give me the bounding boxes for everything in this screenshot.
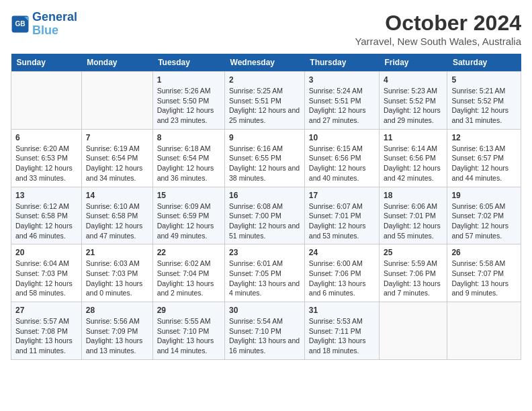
day-number: 26 — [451, 248, 517, 257]
day-number: 29 — [157, 306, 220, 315]
day-info: Sunrise: 6:07 AM Sunset: 7:01 PM Dayligh… — [309, 201, 375, 241]
day-info: Sunrise: 6:15 AM Sunset: 6:56 PM Dayligh… — [309, 144, 375, 183]
day-number: 5 — [451, 75, 517, 85]
sunset-text: Sunset: 7:10 PM — [157, 326, 220, 336]
header-day: Sunday — [11, 54, 82, 72]
header-day: Saturday — [447, 54, 521, 72]
calendar-cell: 6 Sunrise: 6:20 AM Sunset: 6:53 PM Dayli… — [11, 129, 82, 187]
logo-icon: GB — [11, 15, 30, 34]
calendar-cell: 3 Sunrise: 5:24 AM Sunset: 5:51 PM Dayli… — [304, 72, 379, 130]
day-number: 20 — [15, 248, 77, 257]
sunset-text: Sunset: 7:05 PM — [229, 269, 300, 279]
daylight-text: Daylight: 12 hours and 57 minutes. — [451, 221, 517, 240]
day-info: Sunrise: 5:24 AM Sunset: 5:51 PM Dayligh… — [309, 86, 375, 126]
sunrise-text: Sunrise: 6:02 AM — [157, 259, 220, 269]
sunset-text: Sunset: 7:01 PM — [384, 211, 443, 221]
day-number: 9 — [229, 133, 300, 142]
header-day: Wednesday — [225, 54, 305, 72]
sunset-text: Sunset: 7:06 PM — [309, 269, 375, 279]
day-number: 1 — [157, 75, 220, 85]
day-info: Sunrise: 5:53 AM Sunset: 7:11 PM Dayligh… — [309, 316, 375, 356]
daylight-text: Daylight: 13 hours and 6 minutes. — [309, 279, 375, 298]
calendar-cell: 15 Sunrise: 6:09 AM Sunset: 6:59 PM Dayl… — [152, 187, 224, 244]
sunset-text: Sunset: 7:11 PM — [309, 326, 375, 336]
day-number: 8 — [157, 133, 220, 142]
day-number: 7 — [86, 133, 148, 142]
sunset-text: Sunset: 7:06 PM — [384, 269, 443, 279]
header-day: Friday — [380, 54, 447, 72]
month-title: October 2024 — [355, 11, 521, 36]
sunset-text: Sunset: 5:52 PM — [451, 96, 517, 106]
daylight-text: Daylight: 12 hours and 58 minutes. — [15, 279, 77, 298]
day-info: Sunrise: 6:04 AM Sunset: 7:03 PM Dayligh… — [15, 259, 77, 298]
day-number: 6 — [15, 133, 77, 142]
calendar-header: SundayMondayTuesdayWednesdayThursdayFrid… — [11, 54, 521, 72]
day-info: Sunrise: 5:26 AM Sunset: 5:50 PM Dayligh… — [157, 86, 220, 126]
day-info: Sunrise: 6:16 AM Sunset: 6:55 PM Dayligh… — [229, 144, 300, 183]
sunrise-text: Sunrise: 6:16 AM — [229, 144, 300, 154]
sunrise-text: Sunrise: 6:12 AM — [15, 201, 77, 212]
sunset-text: Sunset: 6:58 PM — [15, 211, 77, 221]
calendar-cell: 23 Sunrise: 6:01 AM Sunset: 7:05 PM Dayl… — [225, 244, 305, 302]
day-info: Sunrise: 6:18 AM Sunset: 6:54 PM Dayligh… — [157, 144, 220, 183]
calendar-cell: 8 Sunrise: 6:18 AM Sunset: 6:54 PM Dayli… — [152, 129, 224, 187]
daylight-text: Daylight: 12 hours and 27 minutes. — [309, 105, 375, 125]
daylight-text: Daylight: 13 hours and 13 minutes. — [86, 336, 148, 355]
sunrise-text: Sunrise: 6:18 AM — [157, 144, 220, 154]
sunset-text: Sunset: 7:08 PM — [15, 326, 77, 336]
location-subtitle: Yarravel, New South Wales, Australia — [355, 36, 521, 47]
sunset-text: Sunset: 6:57 PM — [451, 153, 517, 163]
day-info: Sunrise: 6:09 AM Sunset: 6:59 PM Dayligh… — [157, 201, 220, 241]
calendar-cell: 25 Sunrise: 5:59 AM Sunset: 7:06 PM Dayl… — [380, 244, 447, 302]
sunset-text: Sunset: 7:01 PM — [309, 211, 375, 221]
sunset-text: Sunset: 5:51 PM — [229, 96, 300, 106]
day-number: 23 — [229, 248, 300, 257]
sunset-text: Sunset: 5:51 PM — [309, 96, 375, 106]
day-number: 19 — [451, 191, 517, 200]
title-block: October 2024 Yarravel, New South Wales, … — [355, 11, 521, 47]
calendar-cell: 30 Sunrise: 5:54 AM Sunset: 7:10 PM Dayl… — [225, 302, 305, 360]
calendar-cell: 19 Sunrise: 6:05 AM Sunset: 7:02 PM Dayl… — [447, 187, 521, 244]
calendar-cell: 12 Sunrise: 6:13 AM Sunset: 6:57 PM Dayl… — [447, 129, 521, 187]
day-info: Sunrise: 5:58 AM Sunset: 7:07 PM Dayligh… — [451, 259, 517, 298]
daylight-text: Daylight: 12 hours and 23 minutes. — [157, 105, 220, 125]
daylight-text: Daylight: 12 hours and 49 minutes. — [157, 221, 220, 240]
svg-text:GB: GB — [15, 20, 25, 28]
day-info: Sunrise: 6:06 AM Sunset: 7:01 PM Dayligh… — [384, 201, 443, 241]
daylight-text: Daylight: 12 hours and 47 minutes. — [86, 221, 148, 240]
sunrise-text: Sunrise: 5:25 AM — [229, 86, 300, 96]
calendar-cell: 7 Sunrise: 6:19 AM Sunset: 6:54 PM Dayli… — [81, 129, 152, 187]
calendar-cell: 28 Sunrise: 5:56 AM Sunset: 7:09 PM Dayl… — [81, 302, 152, 360]
sunrise-text: Sunrise: 6:09 AM — [157, 201, 220, 212]
sunrise-text: Sunrise: 6:14 AM — [384, 144, 443, 154]
sunset-text: Sunset: 7:04 PM — [157, 269, 220, 279]
calendar-cell: 24 Sunrise: 6:00 AM Sunset: 7:06 PM Dayl… — [304, 244, 379, 302]
sunset-text: Sunset: 6:54 PM — [157, 153, 220, 163]
sunset-text: Sunset: 7:02 PM — [451, 211, 517, 221]
sunset-text: Sunset: 6:55 PM — [229, 153, 300, 163]
daylight-text: Daylight: 12 hours and 44 minutes. — [451, 163, 517, 183]
daylight-text: Daylight: 13 hours and 7 minutes. — [384, 279, 443, 298]
day-number: 18 — [384, 191, 443, 200]
sunset-text: Sunset: 6:53 PM — [15, 153, 77, 163]
sunset-text: Sunset: 6:58 PM — [86, 211, 148, 221]
day-info: Sunrise: 5:54 AM Sunset: 7:10 PM Dayligh… — [229, 316, 300, 356]
sunrise-text: Sunrise: 5:58 AM — [451, 259, 517, 269]
day-info: Sunrise: 6:08 AM Sunset: 7:00 PM Dayligh… — [229, 201, 300, 241]
day-number: 31 — [309, 306, 375, 315]
sunset-text: Sunset: 6:56 PM — [309, 153, 375, 163]
day-info: Sunrise: 6:19 AM Sunset: 6:54 PM Dayligh… — [86, 144, 148, 183]
calendar-cell: 20 Sunrise: 6:04 AM Sunset: 7:03 PM Dayl… — [11, 244, 82, 302]
day-info: Sunrise: 6:13 AM Sunset: 6:57 PM Dayligh… — [451, 144, 517, 183]
daylight-text: Daylight: 12 hours and 51 minutes. — [229, 221, 300, 240]
sunrise-text: Sunrise: 6:07 AM — [309, 201, 375, 212]
day-number: 17 — [309, 191, 375, 200]
calendar-cell — [81, 72, 152, 130]
calendar-body: 1 Sunrise: 5:26 AM Sunset: 5:50 PM Dayli… — [11, 72, 521, 360]
calendar-cell: 1 Sunrise: 5:26 AM Sunset: 5:50 PM Dayli… — [152, 72, 224, 130]
day-number: 4 — [384, 75, 443, 85]
daylight-text: Daylight: 13 hours and 0 minutes. — [86, 279, 148, 298]
day-info: Sunrise: 6:01 AM Sunset: 7:05 PM Dayligh… — [229, 259, 300, 298]
day-info: Sunrise: 6:05 AM Sunset: 7:02 PM Dayligh… — [451, 201, 517, 241]
calendar-cell: 5 Sunrise: 5:21 AM Sunset: 5:52 PM Dayli… — [447, 72, 521, 130]
